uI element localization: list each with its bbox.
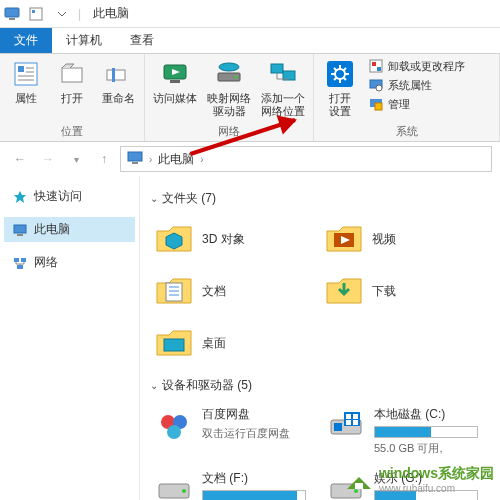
chevron-down-icon: ⌄ — [150, 193, 158, 204]
svg-rect-15 — [271, 64, 283, 73]
svg-rect-26 — [128, 152, 142, 161]
svg-point-50 — [182, 489, 186, 493]
svg-rect-0 — [5, 8, 19, 17]
folder-icon — [324, 219, 364, 259]
sidebar-item-network[interactable]: 网络 — [4, 250, 135, 275]
svg-rect-37 — [166, 283, 182, 301]
svg-rect-46 — [353, 414, 358, 419]
svg-rect-48 — [353, 420, 358, 425]
svg-rect-30 — [17, 234, 23, 236]
drive-usage-bar — [374, 490, 478, 500]
open-icon — [56, 58, 88, 90]
open-settings-button[interactable]: 打开 设置 — [322, 58, 358, 118]
sidebar-item-thispc[interactable]: 此电脑 — [4, 217, 135, 242]
folder-downloads[interactable]: 下载 — [320, 267, 480, 315]
svg-rect-25 — [375, 103, 382, 110]
disk-icon — [326, 406, 366, 446]
baidu-icon — [154, 406, 194, 446]
svg-rect-10 — [170, 80, 180, 83]
svg-rect-21 — [377, 67, 381, 71]
drive-usage-bar — [374, 426, 478, 438]
svg-rect-33 — [17, 265, 23, 269]
folder-icon — [154, 271, 194, 311]
folder-icon — [154, 219, 194, 259]
chevron-right-icon: › — [200, 154, 203, 165]
drives-grid: 百度网盘 双击运行百度网盘 本地磁盘 (C:) 55.0 GB 可用, 文档 (… — [150, 402, 490, 500]
svg-point-23 — [376, 85, 382, 91]
svg-rect-45 — [346, 414, 351, 419]
svg-rect-20 — [372, 62, 376, 66]
open-button[interactable]: 打开 — [54, 58, 90, 105]
uninstall-button[interactable]: 卸载或更改程序 — [368, 58, 465, 74]
ribbon: 属性 打开 重命名 位置 访问媒体 映射网络 驱动器 — [0, 54, 500, 142]
sysprops-icon — [368, 77, 384, 93]
uninstall-icon — [368, 58, 384, 74]
sidebar-item-quick[interactable]: 快速访问 — [4, 184, 135, 209]
tab-file[interactable]: 文件 — [0, 28, 52, 53]
main-content: ⌄ 文件夹 (7) 3D 对象 视频 文档 下载 桌面 — [140, 176, 500, 500]
group-label-location: 位置 — [8, 124, 136, 139]
qat-dropdown-icon[interactable] — [54, 6, 70, 22]
add-network-button[interactable]: 添加一个 网络位置 — [261, 58, 305, 118]
properties-button[interactable]: 属性 — [8, 58, 44, 105]
svg-rect-5 — [18, 66, 24, 72]
star-icon — [12, 189, 28, 205]
svg-rect-38 — [164, 339, 184, 351]
folder-desktop[interactable]: 桌面 — [150, 319, 310, 367]
svg-point-13 — [235, 76, 238, 79]
group-label-system: 系统 — [322, 124, 491, 139]
rename-button[interactable]: 重命名 — [100, 58, 136, 105]
svg-marker-28 — [14, 191, 26, 203]
system-properties-button[interactable]: 系统属性 — [368, 77, 465, 93]
folders-grid: 3D 对象 视频 文档 下载 桌面 — [150, 215, 490, 367]
chevron-down-icon: ⌄ — [150, 380, 158, 391]
window-title: 此电脑 — [93, 5, 129, 22]
chevron-right-icon: › — [149, 154, 152, 165]
map-drive-icon — [213, 58, 245, 90]
group-label-network: 网络 — [153, 124, 305, 139]
drive-f[interactable]: 文档 (F:) 7.10 GB 可用, 共 126 GB — [150, 466, 310, 500]
svg-rect-47 — [346, 420, 351, 425]
svg-rect-32 — [21, 258, 26, 262]
titlebar-divider: | — [78, 7, 81, 21]
svg-point-41 — [167, 425, 181, 439]
up-button[interactable]: ↑ — [92, 147, 116, 171]
svg-rect-31 — [14, 258, 19, 262]
pc-icon — [4, 6, 20, 22]
drives-section-header[interactable]: ⌄ 设备和驱动器 (5) — [150, 377, 490, 394]
drive-c[interactable]: 本地磁盘 (C:) 55.0 GB 可用, — [322, 402, 482, 460]
history-dropdown[interactable]: ▾ — [64, 147, 88, 171]
svg-rect-29 — [14, 225, 26, 233]
svg-rect-3 — [32, 10, 35, 13]
tab-computer[interactable]: 计算机 — [52, 28, 116, 53]
disk-icon — [154, 470, 194, 500]
map-drive-button[interactable]: 映射网络 驱动器 — [207, 58, 251, 118]
add-network-icon — [267, 58, 299, 90]
sidebar: 快速访问 此电脑 网络 — [0, 176, 140, 500]
rename-icon — [102, 58, 134, 90]
svg-point-52 — [354, 489, 358, 493]
tab-view[interactable]: 查看 — [116, 28, 168, 53]
folders-section-header[interactable]: ⌄ 文件夹 (7) — [150, 190, 490, 207]
folder-3d-objects[interactable]: 3D 对象 — [150, 215, 310, 263]
forward-button[interactable]: → — [36, 147, 60, 171]
ribbon-tabs: 文件 计算机 查看 — [0, 28, 500, 54]
network-icon — [12, 255, 28, 271]
media-icon — [159, 58, 191, 90]
back-button[interactable]: ← — [8, 147, 32, 171]
folder-documents[interactable]: 文档 — [150, 267, 310, 315]
svg-rect-1 — [9, 18, 15, 20]
drive-baidu[interactable]: 百度网盘 双击运行百度网盘 — [150, 402, 310, 460]
drive-g[interactable]: 娱乐 (G:) 114 GB 可用, — [322, 466, 482, 500]
svg-rect-6 — [62, 68, 82, 82]
folder-videos[interactable]: 视频 — [320, 215, 480, 263]
qat-properties-icon[interactable] — [28, 6, 44, 22]
properties-icon — [10, 58, 42, 90]
breadcrumb-thispc[interactable]: 此电脑 — [158, 151, 194, 168]
address-box[interactable]: › 此电脑 › — [120, 146, 492, 172]
access-media-button[interactable]: 访问媒体 — [153, 58, 197, 105]
svg-rect-7 — [107, 70, 125, 80]
drive-usage-bar — [202, 490, 306, 500]
manage-button[interactable]: 管理 — [368, 96, 465, 112]
addressbar: ← → ▾ ↑ › 此电脑 › — [0, 142, 500, 176]
